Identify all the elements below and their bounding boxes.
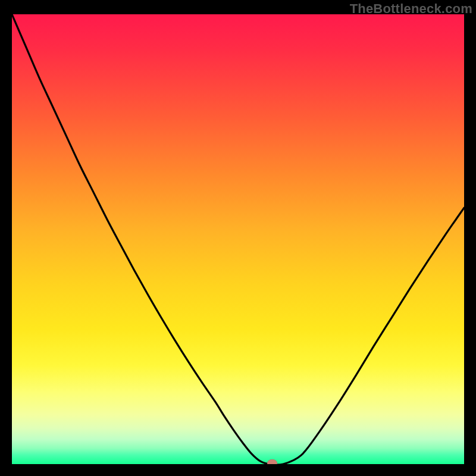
chart-container: TheBottleneck.com xyxy=(0,0,476,476)
optimum-marker xyxy=(267,459,277,464)
plot-area xyxy=(12,14,464,464)
attribution-label: TheBottleneck.com xyxy=(350,1,472,17)
curve-path xyxy=(12,14,464,464)
bottleneck-curve xyxy=(12,14,464,464)
